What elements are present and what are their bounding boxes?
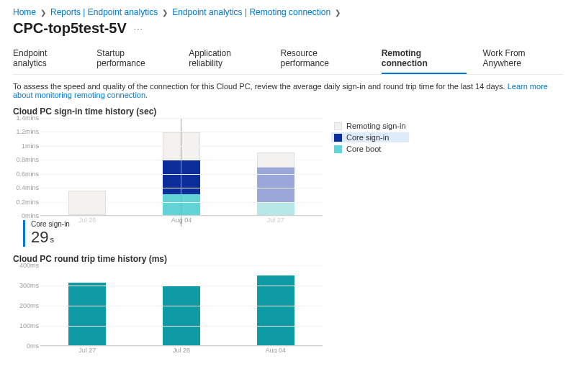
tab-resource-performance[interactable]: Resource performance [281, 44, 366, 74]
page-title: CPC-top5test-5V [13, 20, 127, 37]
y-tick-label: 0.8mins [16, 156, 39, 163]
chart1-title: Cloud PC sign-in time history (sec) [13, 106, 563, 117]
chevron-right-icon: ❯ [40, 9, 46, 17]
breadcrumb-link-home[interactable]: Home [13, 7, 36, 17]
signin-chart[interactable]: Jul 28Aug 04Jul 27 0mins0.2mins0.4mins0.… [40, 118, 323, 216]
y-tick-label: 0ms [16, 342, 39, 350]
legend-swatch [334, 134, 342, 142]
y-tick-label: 100ms [16, 322, 39, 329]
callout-value: 29 [31, 228, 48, 247]
y-tick-label: 0.6mins [16, 170, 39, 178]
callout-label: Core sign-in [31, 220, 563, 228]
chart2-title: Cloud PC round trip time history (ms) [13, 254, 563, 264]
legend-label: Core sign-in [346, 133, 389, 142]
y-tick-label: 1.4mins [16, 114, 39, 122]
breadcrumb: Home ❯ Reports | Endpoint analytics ❯ En… [13, 7, 563, 17]
bar-segment [257, 203, 294, 215]
y-tick-label: 400ms [16, 262, 39, 269]
y-tick-label: 300ms [16, 282, 39, 289]
y-tick-label: 1.2mins [16, 128, 39, 135]
legend-item-remoting-signin[interactable]: Remoting sign-in [331, 121, 409, 131]
chevron-right-icon: ❯ [335, 9, 341, 17]
legend-item-core-boot[interactable]: Core boot [331, 144, 409, 154]
selection-line [181, 118, 181, 227]
bar [68, 283, 106, 345]
legend-label: Core boot [346, 145, 381, 153]
legend-item-core-signin[interactable]: Core sign-in [331, 132, 409, 142]
bar-segment [68, 191, 106, 215]
y-tick-label: 1mins [16, 142, 39, 150]
callout-unit: s [50, 235, 54, 244]
tab-application-reliability[interactable]: Application reliability [189, 44, 264, 74]
y-tick-label: 0.2mins [16, 199, 39, 206]
description: To assess the speed and quality of the c… [13, 82, 563, 99]
y-tick-label: 200ms [16, 302, 39, 309]
chart1-legend: Remoting sign-in Core sign-in Core boot [331, 121, 409, 216]
legend-swatch [334, 145, 342, 153]
chevron-right-icon: ❯ [162, 9, 168, 17]
more-icon[interactable]: ··· [134, 24, 143, 34]
description-text: To assess the speed and quality of the c… [13, 82, 505, 91]
tabs: Endpoint analytics Startup performance A… [13, 44, 563, 75]
tab-endpoint-analytics[interactable]: Endpoint analytics [13, 44, 81, 74]
breadcrumb-link-reports[interactable]: Reports | Endpoint analytics [50, 7, 158, 17]
legend-label: Remoting sign-in [346, 122, 406, 130]
bar-segment [257, 168, 294, 203]
y-tick-label: 0.4mins [16, 184, 39, 191]
legend-swatch [334, 122, 342, 130]
core-signin-callout: Core sign-in 29s [23, 220, 563, 247]
tab-remoting-connection[interactable]: Remoting connection [382, 44, 467, 74]
tab-work-from-anywhere[interactable]: Work From Anywhere [482, 44, 563, 74]
tab-startup-performance[interactable]: Startup performance [96, 44, 173, 74]
rtt-chart[interactable]: Jul 27Jul 28Aug 04 0ms100ms200ms300ms400… [40, 265, 323, 346]
breadcrumb-link-remoting[interactable]: Endpoint analytics | Remoting connection [172, 7, 330, 17]
bar [163, 286, 200, 345]
y-tick-label: 0mins [16, 212, 39, 219]
